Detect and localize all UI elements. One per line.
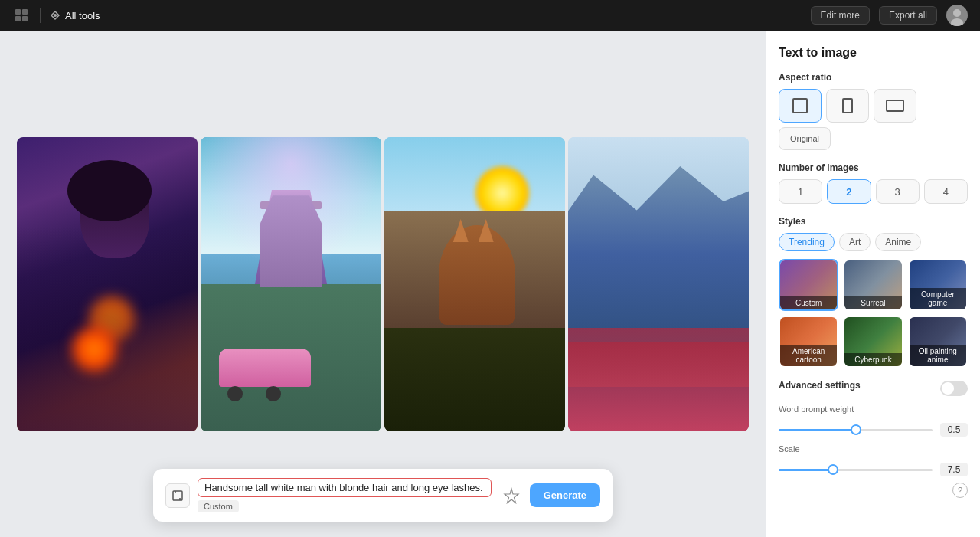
svg-rect-1 [22, 9, 28, 15]
style-card-custom-label: Custom [780, 296, 837, 309]
style-tab-art[interactable]: Art [839, 233, 871, 251]
aspect-portrait-button[interactable] [826, 89, 869, 123]
aspect-ratio-section: Aspect ratio Original [779, 72, 968, 150]
style-card-american[interactable]: American cartoon [779, 316, 838, 368]
word-prompt-weight-value: 0.5 [940, 423, 968, 437]
num-3-button[interactable]: 3 [876, 179, 920, 204]
right-panel: Text to image Aspect ratio Original Nu [766, 31, 980, 537]
square-icon [792, 98, 808, 113]
magic-enhance-button[interactable] [499, 483, 524, 508]
advanced-settings-header: Advanced settings [779, 380, 968, 397]
word-prompt-weight-slider-container: 0.5 [779, 423, 968, 437]
prompt-input[interactable] [198, 478, 492, 497]
style-card-cyberpunk-label: Cyberpunk [844, 353, 901, 366]
style-card-computer-label: Computer game [910, 288, 966, 309]
scale-value: 7.5 [940, 463, 968, 476]
export-all-button[interactable]: Export all [879, 6, 937, 25]
style-card-surreal[interactable]: Surreal [843, 259, 903, 311]
aspect-ratio-grid [779, 89, 968, 123]
aspect-square-button[interactable] [779, 89, 822, 123]
style-card-surreal-label: Surreal [844, 296, 901, 309]
prompt-actions: Generate [499, 483, 600, 508]
svg-rect-2 [15, 16, 21, 21]
generate-button[interactable]: Generate [530, 483, 600, 507]
scale-slider[interactable] [779, 469, 933, 471]
topbar: All tools Edit more Export all [0, 0, 980, 31]
canvas-area: Custom Generate [0, 31, 766, 537]
panel-title: Text to image [779, 46, 968, 60]
image-card-mountains[interactable] [568, 137, 749, 431]
num-images-section: Number of images 1 2 3 4 [779, 162, 968, 204]
topbar-divider [40, 8, 41, 23]
aspect-original-button[interactable]: Original [779, 127, 831, 150]
advanced-settings-toggle[interactable] [940, 381, 968, 396]
style-card-custom[interactable]: Custom [779, 259, 838, 311]
main-area: Custom Generate Text to image Aspect rat… [0, 31, 980, 537]
crop-icon-button[interactable] [165, 483, 190, 508]
advanced-settings-label: Advanced settings [779, 380, 861, 391]
edit-more-button[interactable]: Edit more [811, 6, 870, 25]
portrait-icon [842, 98, 853, 113]
num-images-label: Number of images [779, 162, 968, 173]
landscape-icon [886, 100, 904, 112]
image-card-castle[interactable] [201, 137, 381, 431]
svg-marker-11 [505, 489, 518, 503]
prompt-input-area: Custom [198, 478, 492, 512]
svg-rect-0 [15, 9, 21, 15]
style-card-american-label: American cartoon [780, 345, 837, 366]
scale-section: Scale 7.5 [779, 444, 968, 476]
image-card-fantasy-woman[interactable] [17, 137, 198, 431]
style-card-cyberpunk[interactable]: Cyberpunk [843, 316, 903, 368]
advanced-settings-section: Advanced settings Word prompt weight 0.5… [779, 380, 968, 498]
scale-label: Scale [779, 444, 968, 454]
svg-rect-8 [173, 491, 182, 500]
word-prompt-weight-section: Word prompt weight 0.5 [779, 404, 968, 437]
num-1-button[interactable]: 1 [779, 179, 822, 204]
prompt-bar: Custom Generate [153, 469, 612, 522]
style-tab-trending[interactable]: Trending [779, 233, 835, 251]
avatar[interactable] [946, 5, 968, 26]
word-prompt-weight-slider[interactable] [779, 429, 933, 431]
logo-icon [12, 6, 31, 25]
num-images-row: 1 2 3 4 [779, 179, 968, 204]
style-card-computer[interactable]: Computer game [908, 259, 968, 311]
scale-slider-container: 7.5 [779, 463, 968, 476]
svg-point-4 [54, 14, 57, 17]
num-4-button[interactable]: 4 [924, 179, 968, 204]
styles-label: Styles [779, 216, 968, 227]
styles-section: Styles Trending Art Anime Custom Surreal… [779, 216, 968, 368]
style-tab-anime[interactable]: Anime [875, 233, 921, 251]
info-icon[interactable]: ? [952, 483, 968, 498]
aspect-ratio-label: Aspect ratio [779, 72, 968, 83]
aspect-landscape-button[interactable] [874, 89, 916, 123]
svg-point-6 [953, 9, 961, 17]
topbar-title: All tools [50, 10, 100, 21]
images-grid [2, 122, 764, 447]
style-card-oilpainting-label: Oil painting anime [910, 345, 966, 366]
svg-rect-3 [22, 16, 28, 21]
prompt-tag: Custom [198, 500, 239, 512]
word-prompt-weight-label: Word prompt weight [779, 404, 968, 414]
style-grid: Custom Surreal Computer game American ca… [779, 259, 968, 368]
style-card-oilpainting[interactable]: Oil painting anime [908, 316, 968, 368]
style-tabs: Trending Art Anime [779, 233, 968, 251]
num-2-button[interactable]: 2 [827, 179, 871, 204]
image-card-cat[interactable] [384, 137, 565, 431]
